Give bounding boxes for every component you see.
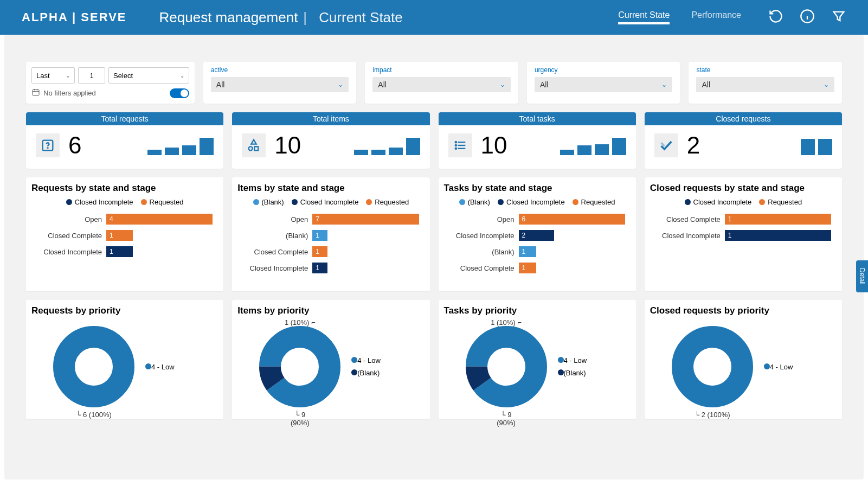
legend-item: Closed Incomplete [66, 198, 133, 206]
donut-chart-3: Closed requests by priority └ 2 (100%) 4… [645, 300, 842, 419]
legend-item: (Blank) [253, 198, 284, 206]
bar-value: 1 [725, 214, 831, 225]
check-icon [654, 133, 678, 157]
donut-chart-2: Tasks by priority 1 (10%) ⌐ └ 9(90%) 4 -… [439, 300, 636, 419]
donut-chart-1: Items by priority 1 (10%) ⌐ └ 9(90%) 4 -… [232, 300, 429, 419]
legend-item: (Blank) [558, 369, 587, 377]
kpi-value: 2 [687, 132, 700, 159]
slicer-select-active[interactable]: All⌄ [211, 77, 349, 92]
refresh-icon[interactable] [768, 9, 783, 26]
bar-label: Open [237, 215, 308, 223]
kpi-value: 10 [481, 132, 507, 159]
bar-chart-1: Items by state and stage (Blank)Closed I… [232, 177, 429, 291]
bar-row: (Blank) 1 [444, 246, 625, 257]
bar-label: (Blank) [444, 248, 515, 256]
chart-legend: (Blank)Closed IncompleteRequested [444, 198, 631, 206]
bar-label: Open [444, 215, 515, 223]
bar-label: Closed Incomplete [237, 264, 308, 272]
slicer-urgency: urgency All⌄ [527, 62, 680, 104]
bar-label: Closed Complete [237, 248, 308, 256]
bar-value: 2 [519, 230, 554, 241]
legend-item: Requested [366, 198, 409, 206]
chart-legend: (Blank)Closed IncompleteRequested [237, 198, 424, 206]
bar-label: Closed Incomplete [31, 248, 102, 256]
title-main: Request management [159, 9, 298, 26]
chart-title: Closed requests by priority [650, 305, 837, 316]
svg-point-24 [489, 349, 524, 384]
info-icon[interactable] [800, 9, 815, 26]
donut-graphic: 1 (10%) ⌐ └ 9(90%) [466, 326, 547, 407]
svg-point-8 [47, 148, 48, 148]
detail-side-tab[interactable]: Detail [856, 260, 868, 292]
legend-item: Requested [573, 198, 615, 206]
bar-chart-0: Requests by state and stage Closed Incom… [26, 177, 223, 291]
bar-value: 6 [519, 214, 625, 225]
bar-label: Closed Incomplete [650, 232, 721, 240]
chart-legend: Closed IncompleteRequested [650, 198, 837, 206]
bar-value: 1 [725, 230, 831, 241]
donut-graphic: └ 6 (100%) [53, 326, 134, 407]
filter-icon[interactable] [831, 9, 846, 26]
legend-item: (Blank) [351, 369, 381, 377]
bar-row: Closed Incomplete 1 [650, 230, 831, 241]
bar-chart-3: Closed requests by state and stage Close… [645, 177, 842, 291]
kpi-title: Total tasks [439, 112, 636, 125]
svg-point-9 [249, 146, 253, 150]
kpi-title: Closed requests [645, 112, 842, 125]
bar-value: 7 [312, 214, 419, 225]
donut-bottom-label: └ 2 (100%) [672, 411, 753, 419]
donut-graphic: 1 (10%) ⌐ └ 9(90%) [259, 326, 340, 407]
period-mode-select[interactable]: Last⌄ [31, 67, 75, 84]
donut-bottom-label: └ 9(90%) [466, 411, 547, 427]
legend-item: 4 - Low [145, 363, 175, 371]
title-sep: | [303, 9, 307, 26]
bar-value: 1 [312, 230, 327, 241]
donut-bottom-label: └ 9(90%) [259, 411, 340, 427]
period-unit-select[interactable]: Select⌄ [108, 67, 189, 84]
chart-title: Closed requests by state and stage [650, 183, 837, 194]
dashboard-content: Last⌄ 1 Select⌄ No filters applied activ… [4, 35, 864, 479]
svg-rect-10 [254, 146, 258, 150]
svg-point-16 [455, 148, 456, 149]
time-filter-card: Last⌄ 1 Select⌄ No filters applied [26, 62, 195, 104]
slicer-select-urgency[interactable]: All⌄ [535, 77, 673, 92]
legend-item: Closed Incomplete [498, 198, 565, 206]
bar-value: 1 [312, 246, 327, 257]
legend-item: Closed Incomplete [685, 198, 752, 206]
bar-label: Open [31, 215, 102, 223]
slicer-select-state[interactable]: All⌄ [696, 77, 834, 92]
bar-row: Open 7 [237, 214, 419, 225]
bar-label: (Blank) [237, 232, 308, 240]
svg-point-18 [76, 349, 111, 384]
period-value-input[interactable]: 1 [78, 67, 105, 84]
bar-value: 1 [519, 263, 537, 273]
tab-current-state[interactable]: Current State [618, 10, 670, 24]
bar-value: 4 [106, 214, 213, 225]
chart-title: Tasks by state and stage [444, 183, 631, 194]
tab-performance[interactable]: Performance [691, 10, 741, 24]
slicer-select-impact[interactable]: All⌄ [372, 77, 511, 92]
question-icon [36, 133, 60, 157]
legend-item: (Blank) [459, 198, 490, 206]
slicer-active: active All⌄ [203, 62, 357, 104]
kpi-card-1: Total items 10 [232, 112, 429, 169]
legend-item: 4 - Low [351, 356, 381, 364]
no-filters-label: No filters applied [43, 89, 96, 97]
svg-point-15 [455, 145, 456, 146]
chart-title: Tasks by priority [444, 305, 631, 316]
page-title: Request management | Current State [159, 9, 403, 26]
donut-top-label: 1 (10%) ⌐ [285, 318, 316, 327]
bar-value: 1 [106, 230, 133, 241]
calendar-icon [31, 88, 40, 98]
bar-label: Closed Complete [31, 232, 102, 240]
kpi-card-3: Closed requests 2 [645, 112, 842, 169]
relative-date-toggle[interactable] [170, 88, 189, 98]
kpi-value: 10 [274, 132, 301, 159]
legend-item: Requested [759, 198, 802, 206]
donut-chart-0: Requests by priority └ 6 (100%) 4 - Low [26, 300, 223, 419]
donut-legend: 4 - Low(Blank) [558, 356, 587, 377]
donut-legend: 4 - Low [145, 363, 175, 371]
slicer-impact: impact All⌄ [365, 62, 518, 104]
kpi-value: 6 [68, 132, 81, 159]
bar-value: 1 [106, 246, 133, 257]
